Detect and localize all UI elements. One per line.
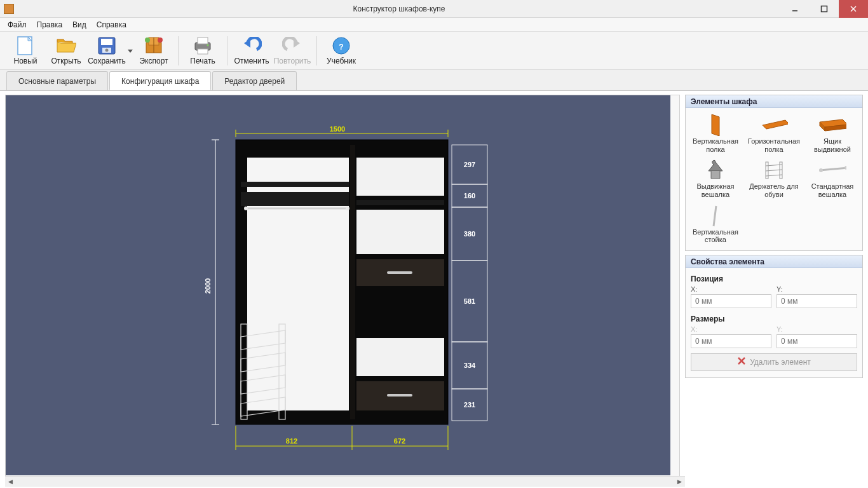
svg-point-9 xyxy=(105,49,109,52)
palette-standard-hanger[interactable]: Стандартная вешалка xyxy=(804,157,861,201)
dim-right-4: 581 xyxy=(464,297,475,305)
tabs: Основные параметры Конфигурация шкафа Ре… xyxy=(0,70,868,90)
standard-hanger-icon xyxy=(818,159,846,181)
canvas[interactable]: 1500 2000 297 160 380 xyxy=(6,95,670,475)
canvas-viewport[interactable]: 1500 2000 297 160 380 xyxy=(6,95,679,484)
app-icon xyxy=(4,4,14,14)
svg-line-69 xyxy=(820,168,846,170)
size-y-label: Y: xyxy=(776,325,857,333)
svg-marker-60 xyxy=(763,120,788,129)
pos-y-label: Y: xyxy=(776,285,857,293)
print-button[interactable]: Печать xyxy=(182,33,223,69)
menu-view[interactable]: Вид xyxy=(67,19,92,30)
redo-icon xyxy=(282,36,302,56)
svg-rect-7 xyxy=(101,39,112,45)
folder-open-icon xyxy=(56,36,76,56)
pull-hanger-icon xyxy=(702,159,729,181)
svg-rect-33 xyxy=(356,338,444,376)
svg-point-39 xyxy=(244,207,248,210)
svg-rect-26 xyxy=(350,145,355,419)
maximize-button[interactable] xyxy=(810,0,839,18)
dim-right-2: 160 xyxy=(464,192,475,200)
menu-file[interactable]: Файл xyxy=(3,19,32,30)
menu-edit[interactable]: Правка xyxy=(32,19,68,30)
pos-x-input[interactable] xyxy=(691,294,771,308)
palette-horizontal-shelf[interactable]: Горизонтальная полка xyxy=(745,112,803,156)
svg-marker-59 xyxy=(712,114,719,136)
tab-door-editor[interactable]: Редактор дверей xyxy=(212,71,297,90)
dim-right-1: 297 xyxy=(464,161,475,168)
palette-drawer[interactable]: Ящик выдвижной xyxy=(804,112,861,156)
svg-rect-28 xyxy=(356,200,444,205)
open-button[interactable]: Открыть xyxy=(46,33,86,69)
size-group-title: Размеры xyxy=(691,312,857,325)
pos-y-input[interactable] xyxy=(776,294,857,308)
titlebar: Конструктор шкафов-купе xyxy=(0,0,868,18)
scroll-right-icon[interactable]: ► xyxy=(674,477,685,487)
vertical-shelf-icon xyxy=(702,114,729,136)
save-button[interactable]: Сохранить xyxy=(86,33,127,69)
svg-rect-18 xyxy=(198,49,208,54)
dim-total-height: 2000 xyxy=(204,278,212,294)
new-button[interactable]: Новый xyxy=(5,33,46,69)
help-icon: ? xyxy=(331,36,351,56)
palette-vertical-rack[interactable]: Вертикальная стойка xyxy=(687,203,744,247)
save-icon xyxy=(97,36,117,56)
toolbar: Новый Открыть Сохранить Экспорт Печать О… xyxy=(0,32,868,70)
save-dropdown[interactable] xyxy=(127,33,133,69)
menubar: Файл Правка Вид Справка xyxy=(0,18,868,32)
svg-rect-37 xyxy=(241,192,349,206)
export-button[interactable]: Экспорт xyxy=(133,33,174,69)
palette-shoe-holder[interactable]: Держатель для обуви xyxy=(745,157,803,201)
pos-x-label: X: xyxy=(691,285,771,293)
svg-point-15 xyxy=(158,37,163,43)
export-icon xyxy=(144,36,164,56)
dim-bottom-left: 812 xyxy=(286,437,297,445)
tab-config[interactable]: Конфигурация шкафа xyxy=(109,71,211,90)
dim-bottom-right: 672 xyxy=(394,437,405,445)
undo-button[interactable]: Отменить xyxy=(231,33,272,69)
palette-vertical-shelf[interactable]: Вертикальная полка xyxy=(687,112,744,156)
scroll-left-icon[interactable]: ◄ xyxy=(5,477,16,487)
dim-total-width: 1500 xyxy=(330,125,345,133)
svg-point-70 xyxy=(819,168,823,172)
properties-panel: Свойства элемента Позиция X: Y: Размеры … xyxy=(685,255,863,378)
toolbar-separator xyxy=(316,36,317,65)
elements-panel: Элементы шкафа Вертикальная полка Горизо… xyxy=(685,95,863,251)
close-button[interactable] xyxy=(839,0,868,18)
svg-rect-31 xyxy=(387,271,412,274)
position-group-title: Позиция xyxy=(691,272,857,285)
svg-rect-36 xyxy=(241,182,349,187)
redo-button[interactable]: Повторить xyxy=(272,33,313,69)
toolbar-separator xyxy=(227,36,227,65)
delete-button-label: Удалить элемент xyxy=(750,358,811,367)
palette-pull-hanger[interactable]: Выдвижная вешалка xyxy=(687,157,744,201)
canvas-container: 1500 2000 297 160 380 xyxy=(5,95,680,484)
horizontal-scrollbar[interactable]: ◄ ► xyxy=(5,476,685,487)
svg-rect-35 xyxy=(387,394,412,396)
svg-text:?: ? xyxy=(339,43,343,51)
window-title: Конструктор шкафов-купе xyxy=(18,4,780,13)
minimize-button[interactable] xyxy=(780,0,810,18)
workspace: 1500 2000 297 160 380 xyxy=(0,90,868,488)
size-x-label: X: xyxy=(691,325,771,333)
new-file-icon xyxy=(15,36,36,56)
dim-right-6: 231 xyxy=(464,401,475,409)
menu-help[interactable]: Справка xyxy=(92,19,132,30)
svg-rect-32 xyxy=(356,287,444,335)
dim-right-3: 380 xyxy=(464,230,475,238)
svg-rect-1 xyxy=(822,6,827,11)
drawer-icon xyxy=(818,114,846,136)
size-x-input[interactable] xyxy=(691,334,771,348)
size-y-input[interactable] xyxy=(776,334,857,348)
delete-element-button[interactable]: Удалить элемент xyxy=(691,353,857,371)
dim-right-5: 334 xyxy=(464,362,476,369)
svg-rect-27 xyxy=(356,158,444,196)
delete-icon xyxy=(737,356,746,367)
horizontal-shelf-icon xyxy=(760,114,788,136)
svg-marker-10 xyxy=(128,50,133,53)
tab-basic-params[interactable]: Основные параметры xyxy=(6,71,108,90)
svg-point-40 xyxy=(346,207,349,210)
undo-icon xyxy=(241,36,262,56)
tutorial-button[interactable]: ? Учебник xyxy=(321,33,362,69)
